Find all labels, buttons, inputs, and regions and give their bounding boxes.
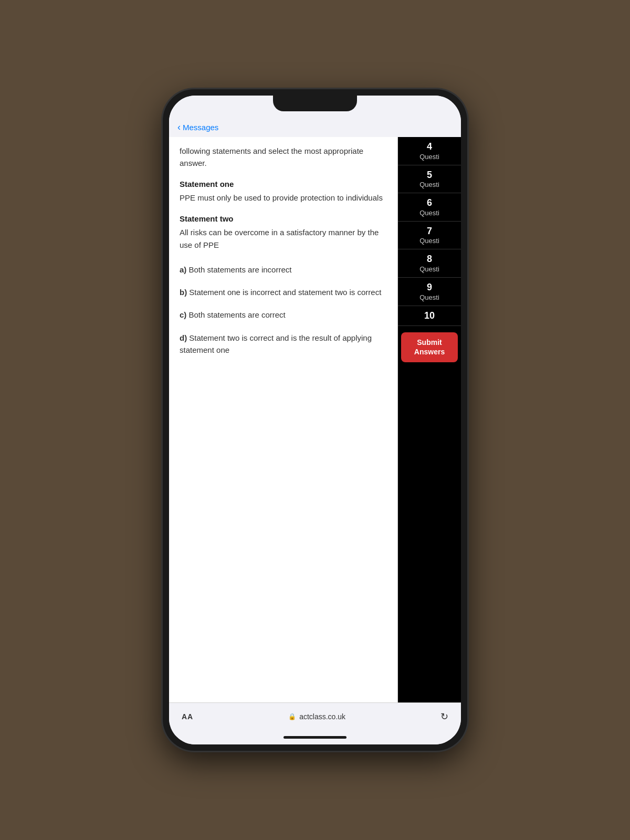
sidebar-number-5: 5 — [427, 170, 432, 181]
sidebar-item-7[interactable]: 7 Questi — [398, 222, 461, 250]
sidebar-item-6[interactable]: 6 Questi — [398, 193, 461, 222]
sidebar-item-8[interactable]: 8 Questi — [398, 249, 461, 278]
option-d-text: Statement two is correct and is the resu… — [180, 333, 372, 354]
browser-bar: AA 🔒 actclass.co.uk ↻ — [169, 702, 461, 730]
statement-one-title: Statement one — [180, 180, 387, 188]
sidebar-item-10[interactable]: 10 — [398, 306, 461, 327]
sidebar-label-4: Questi — [419, 153, 439, 161]
home-bar — [284, 736, 346, 739]
option-d[interactable]: d) Statement two is correct and is the r… — [180, 332, 387, 356]
sidebar-label-5: Questi — [419, 181, 439, 188]
sidebar-number-6: 6 — [427, 197, 432, 209]
phone-screen: ‹ Messages following statements and sele… — [169, 96, 461, 744]
statement-two-title: Statement two — [180, 214, 387, 223]
sidebar-item-5[interactable]: 5 Questi — [398, 165, 461, 194]
sidebar-number-9: 9 — [427, 282, 432, 293]
sidebar-label-7: Questi — [419, 237, 439, 245]
sidebar-number-7: 7 — [427, 226, 432, 237]
option-a-text: Both statements are incorrect — [189, 265, 292, 274]
back-button[interactable]: ‹ Messages — [177, 122, 218, 133]
sidebar-label-8: Questi — [419, 265, 439, 273]
answer-options: a) Both statements are incorrect b) Stat… — [180, 264, 387, 356]
status-bar — [169, 96, 461, 119]
sidebar-item-9[interactable]: 9 Questi — [398, 278, 461, 306]
statement-one-text: PPE must only be used to provide protect… — [180, 192, 387, 204]
phone-frame: ‹ Messages following statements and sele… — [163, 89, 467, 751]
refresh-icon[interactable]: ↻ — [440, 711, 448, 722]
option-d-letter: d) — [180, 333, 187, 342]
lock-icon: 🔒 — [288, 713, 296, 720]
question-header: following statements and select the most… — [180, 145, 387, 169]
browser-url-display: 🔒 actclass.co.uk — [288, 712, 345, 721]
sidebar-number-10: 10 — [424, 310, 435, 322]
option-c[interactable]: c) Both statements are correct — [180, 309, 387, 321]
content-area: following statements and select the most… — [169, 137, 461, 702]
content-wrapper: following statements and select the most… — [169, 137, 461, 702]
statement-two-text: All risks can be overcome in a satisfact… — [180, 226, 387, 251]
nav-bar: ‹ Messages — [169, 119, 461, 137]
option-b-letter: b) — [180, 288, 187, 297]
option-b[interactable]: b) Statement one is incorrect and statem… — [180, 286, 387, 298]
back-label: Messages — [183, 123, 218, 132]
option-c-text: Both statements are correct — [189, 310, 286, 319]
option-b-text: Statement one is incorrect and statement… — [189, 288, 381, 297]
sidebar-number-8: 8 — [427, 254, 432, 265]
browser-aa-control[interactable]: AA — [182, 712, 193, 721]
option-a-letter: a) — [180, 265, 186, 274]
statement-one-block: Statement one PPE must only be used to p… — [180, 180, 387, 204]
sidebar-number-4: 4 — [427, 141, 432, 153]
sidebar-label-6: Questi — [419, 209, 439, 217]
back-chevron-icon: ‹ — [177, 122, 181, 133]
home-indicator — [169, 730, 461, 744]
sidebar-label-9: Questi — [419, 293, 439, 301]
option-c-letter: c) — [180, 310, 186, 319]
statement-two-block: Statement two All risks can be overcome … — [180, 214, 387, 251]
option-a[interactable]: a) Both statements are incorrect — [180, 264, 387, 276]
sidebar: 4 Questi 5 Questi 6 Questi 7 Questi — [398, 137, 461, 702]
submit-answers-button[interactable]: Submit Answers — [401, 332, 458, 362]
question-header-text: following statements and select the most… — [180, 146, 363, 167]
url-text[interactable]: actclass.co.uk — [299, 712, 345, 721]
main-content: following statements and select the most… — [169, 137, 398, 702]
sidebar-item-4[interactable]: 4 Questi — [398, 137, 461, 165]
notch — [273, 96, 357, 111]
